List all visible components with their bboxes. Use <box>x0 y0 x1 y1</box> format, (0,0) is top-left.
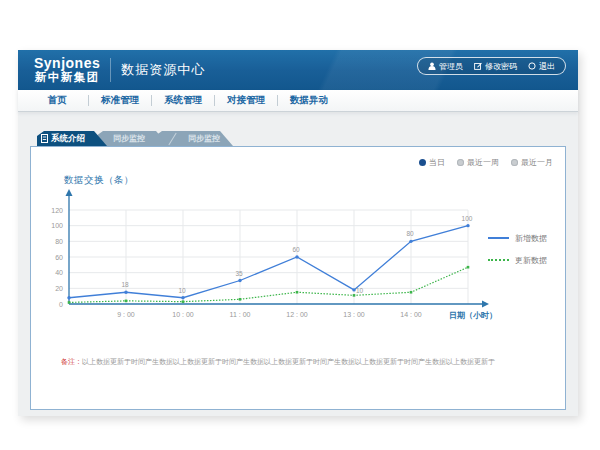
logo: Synjones 新中新集团 <box>34 55 100 84</box>
legend-label: 新增数据 <box>515 233 547 244</box>
user-name: 管理员 <box>439 61 463 72</box>
change-password-label: 修改密码 <box>485 61 517 72</box>
svg-text:11 : 00: 11 : 00 <box>230 311 251 318</box>
svg-text:80: 80 <box>406 230 414 237</box>
svg-text:10: 10 <box>178 287 186 294</box>
radio-unselected-icon <box>457 159 464 166</box>
radio-selected-icon <box>419 159 426 166</box>
footnote-text: 以上数据更新于时间产生数据以上数据更新于时间产生数据以上数据更新于时间产生数据以… <box>82 358 495 365</box>
range-label: 当日 <box>429 157 445 168</box>
range-option-week[interactable]: 最近一周 <box>457 157 499 168</box>
chart-legend: 新增数据 更新数据 <box>488 231 547 275</box>
range-label: 最近一周 <box>467 157 499 168</box>
legend-item-new-data: 新增数据 <box>488 231 547 245</box>
svg-text:60: 60 <box>292 246 300 253</box>
page-title: 数据资源中心 <box>121 61 205 79</box>
change-password-button[interactable]: 修改密码 <box>474 61 517 72</box>
svg-text:14 : 00: 14 : 00 <box>400 311 422 318</box>
svg-text:12 : 00: 12 : 00 <box>286 311 308 318</box>
svg-text:40: 40 <box>55 269 63 276</box>
document-icon <box>41 134 48 143</box>
legend-line-dotted <box>488 259 509 261</box>
legend-line-solid <box>488 237 509 239</box>
svg-text:18: 18 <box>121 281 129 288</box>
svg-text:35: 35 <box>235 270 243 277</box>
nav-item-integration[interactable]: 对接管理 <box>215 94 277 107</box>
footnote-label: 备注： <box>61 358 82 365</box>
app-window: Synjones 新中新集团 数据资源中心 管理员 修改密码 退出 首页 标准管… <box>18 50 578 416</box>
range-selector: 当日 最近一周 最近一月 <box>419 157 553 168</box>
legend-item-update-data: 更新数据 <box>488 253 547 267</box>
svg-text:80: 80 <box>55 238 63 245</box>
tab-label: 同步监控 <box>113 134 145 143</box>
nav-item-home[interactable]: 首页 <box>26 94 88 107</box>
logo-cn: 新中新集团 <box>34 71 100 84</box>
svg-text:13 : 00: 13 : 00 <box>343 311 365 318</box>
radio-unselected-icon <box>511 159 518 166</box>
logout-button[interactable]: 退出 <box>528 61 555 72</box>
tab-system-intro[interactable]: 系统介绍 <box>37 131 107 146</box>
app-header: Synjones 新中新集团 数据资源中心 管理员 修改密码 退出 <box>18 50 578 90</box>
legend-label: 更新数据 <box>515 255 547 266</box>
main-nav: 首页 标准管理 系统管理 对接管理 数据异动 <box>18 90 578 112</box>
svg-text:日期（小时）: 日期（小时） <box>449 311 497 320</box>
nav-item-standards[interactable]: 标准管理 <box>89 94 151 107</box>
user-menu[interactable]: 管理员 <box>428 61 463 72</box>
svg-text:100: 100 <box>51 222 63 229</box>
svg-text:10 : 00: 10 : 00 <box>172 311 194 318</box>
nav-item-system[interactable]: 系统管理 <box>152 94 214 107</box>
tab-label: 同步监控 <box>188 134 220 143</box>
svg-text:9 : 00: 9 : 00 <box>117 311 135 318</box>
tab-sync-monitor-1[interactable]: 同步监控 <box>96 131 169 146</box>
logo-en: Synjones <box>34 55 100 71</box>
logout-icon <box>528 62 536 70</box>
edit-icon <box>474 62 482 70</box>
user-icon <box>428 62 436 70</box>
content-panel: 当日 最近一周 最近一月 数据交换（条） 0204060801001209 : … <box>30 146 566 410</box>
chart-y-axis-title: 数据交换（条） <box>64 174 134 187</box>
tab-bar: 系统介绍 同步监控 同步监控 <box>18 131 578 146</box>
svg-text:60: 60 <box>55 254 63 261</box>
svg-text:100: 100 <box>462 215 473 222</box>
range-label: 最近一月 <box>521 157 553 168</box>
footnote: 备注：以上数据更新于时间产生数据以上数据更新于时间产生数据以上数据更新于时间产生… <box>61 357 495 367</box>
svg-text:0: 0 <box>59 301 63 308</box>
line-chart: 0204060801001209 : 0010 : 0011 : 0012 : … <box>31 187 561 332</box>
svg-text:20: 20 <box>55 285 63 292</box>
header-divider <box>110 58 111 82</box>
svg-text:10: 10 <box>356 287 364 294</box>
logout-label: 退出 <box>539 61 555 72</box>
range-option-today[interactable]: 当日 <box>419 157 445 168</box>
svg-text:120: 120 <box>51 207 63 214</box>
user-toolbar: 管理员 修改密码 退出 <box>417 57 566 75</box>
nav-item-data-change[interactable]: 数据异动 <box>278 94 340 107</box>
tab-label: 系统介绍 <box>51 131 85 146</box>
range-option-month[interactable]: 最近一月 <box>511 157 553 168</box>
